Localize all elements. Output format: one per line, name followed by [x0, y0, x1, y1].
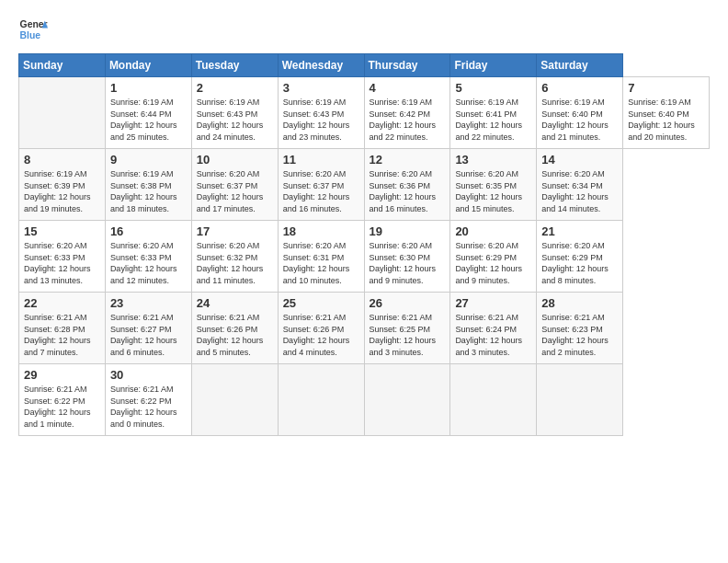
calendar-day-cell [450, 364, 537, 436]
page-container: General Blue SundayMondayTuesdayWednesda… [0, 0, 728, 445]
calendar-header-cell: Saturday [537, 54, 623, 77]
calendar-day-cell [364, 364, 450, 436]
day-number: 10 [197, 153, 273, 167]
day-info: Sunrise: 6:19 AMSunset: 6:40 PMDaylight:… [541, 97, 618, 143]
day-info: Sunrise: 6:20 AMSunset: 6:35 PMDaylight:… [455, 168, 531, 214]
calendar-day-cell: 20Sunrise: 6:20 AMSunset: 6:29 PMDayligh… [450, 221, 537, 293]
calendar-week-row: 1Sunrise: 6:19 AMSunset: 6:44 PMDaylight… [19, 77, 710, 149]
day-info: Sunrise: 6:20 AMSunset: 6:33 PMDaylight:… [24, 240, 100, 286]
calendar-day-cell: 22Sunrise: 6:21 AMSunset: 6:28 PMDayligh… [19, 293, 106, 364]
day-info: Sunrise: 6:19 AMSunset: 6:39 PMDaylight:… [24, 168, 100, 214]
day-number: 7 [628, 81, 704, 95]
logo-icon: General Blue [18, 15, 48, 44]
calendar-day-cell: 2Sunrise: 6:19 AMSunset: 6:43 PMDaylight… [191, 77, 278, 149]
calendar-day-cell: 23Sunrise: 6:21 AMSunset: 6:27 PMDayligh… [105, 293, 191, 364]
calendar-day-cell: 13Sunrise: 6:20 AMSunset: 6:35 PMDayligh… [450, 149, 537, 221]
calendar-day-cell: 12Sunrise: 6:20 AMSunset: 6:36 PMDayligh… [364, 149, 450, 221]
day-number: 17 [197, 224, 273, 238]
calendar-day-cell: 9Sunrise: 6:19 AMSunset: 6:38 PMDaylight… [105, 149, 191, 221]
calendar-day-cell: 24Sunrise: 6:21 AMSunset: 6:26 PMDayligh… [191, 293, 278, 364]
day-info: Sunrise: 6:19 AMSunset: 6:44 PMDaylight:… [110, 97, 187, 143]
day-info: Sunrise: 6:20 AMSunset: 6:37 PMDaylight:… [283, 168, 359, 214]
calendar-day-cell [19, 77, 106, 149]
day-number: 5 [455, 81, 531, 95]
day-info: Sunrise: 6:19 AMSunset: 6:38 PMDaylight:… [110, 168, 187, 214]
calendar-header-cell: Tuesday [191, 54, 278, 77]
day-number: 11 [283, 153, 359, 167]
calendar-week-row: 15Sunrise: 6:20 AMSunset: 6:33 PMDayligh… [19, 221, 710, 293]
logo: General Blue [18, 15, 48, 44]
day-number: 3 [283, 81, 359, 95]
day-number: 18 [283, 224, 359, 238]
calendar-header-cell: Monday [105, 54, 191, 77]
calendar-day-cell: 5Sunrise: 6:19 AMSunset: 6:41 PMDaylight… [450, 77, 537, 149]
day-number: 21 [541, 224, 618, 238]
day-info: Sunrise: 6:21 AMSunset: 6:24 PMDaylight:… [455, 312, 531, 358]
day-info: Sunrise: 6:20 AMSunset: 6:29 PMDaylight:… [455, 240, 531, 286]
calendar-day-cell: 16Sunrise: 6:20 AMSunset: 6:33 PMDayligh… [105, 221, 191, 293]
day-info: Sunrise: 6:20 AMSunset: 6:31 PMDaylight:… [283, 240, 359, 286]
calendar-day-cell: 26Sunrise: 6:21 AMSunset: 6:25 PMDayligh… [364, 293, 450, 364]
day-number: 16 [110, 224, 187, 238]
calendar-day-cell: 25Sunrise: 6:21 AMSunset: 6:26 PMDayligh… [278, 293, 364, 364]
day-info: Sunrise: 6:21 AMSunset: 6:22 PMDaylight:… [110, 384, 187, 430]
calendar-day-cell: 15Sunrise: 6:20 AMSunset: 6:33 PMDayligh… [19, 221, 106, 293]
day-number: 20 [455, 224, 531, 238]
day-info: Sunrise: 6:20 AMSunset: 6:34 PMDaylight:… [541, 168, 618, 214]
calendar-table: SundayMondayTuesdayWednesdayThursdayFrid… [18, 53, 710, 436]
calendar-day-cell: 4Sunrise: 6:19 AMSunset: 6:42 PMDaylight… [364, 77, 450, 149]
calendar-day-cell: 3Sunrise: 6:19 AMSunset: 6:43 PMDaylight… [278, 77, 364, 149]
calendar-day-cell: 8Sunrise: 6:19 AMSunset: 6:39 PMDaylight… [19, 149, 106, 221]
calendar-day-cell: 21Sunrise: 6:20 AMSunset: 6:29 PMDayligh… [537, 221, 623, 293]
calendar-day-cell: 6Sunrise: 6:19 AMSunset: 6:40 PMDaylight… [537, 77, 623, 149]
calendar-day-cell: 7Sunrise: 6:19 AMSunset: 6:40 PMDaylight… [623, 77, 710, 149]
day-number: 8 [24, 153, 100, 167]
calendar-week-row: 29Sunrise: 6:21 AMSunset: 6:22 PMDayligh… [19, 364, 710, 436]
day-number: 30 [110, 368, 187, 382]
day-info: Sunrise: 6:21 AMSunset: 6:25 PMDaylight:… [370, 312, 446, 358]
header: General Blue [18, 15, 710, 44]
day-number: 19 [370, 224, 446, 238]
day-number: 4 [370, 81, 446, 95]
calendar-day-cell: 17Sunrise: 6:20 AMSunset: 6:32 PMDayligh… [191, 221, 278, 293]
calendar-day-cell: 11Sunrise: 6:20 AMSunset: 6:37 PMDayligh… [278, 149, 364, 221]
day-number: 1 [110, 81, 187, 95]
day-info: Sunrise: 6:20 AMSunset: 6:32 PMDaylight:… [197, 240, 273, 286]
day-number: 28 [541, 296, 618, 310]
day-info: Sunrise: 6:21 AMSunset: 6:23 PMDaylight:… [541, 312, 618, 358]
day-info: Sunrise: 6:21 AMSunset: 6:28 PMDaylight:… [24, 312, 100, 358]
calendar-day-cell: 28Sunrise: 6:21 AMSunset: 6:23 PMDayligh… [537, 293, 623, 364]
day-info: Sunrise: 6:19 AMSunset: 6:42 PMDaylight:… [370, 97, 446, 143]
day-info: Sunrise: 6:19 AMSunset: 6:40 PMDaylight:… [628, 97, 704, 143]
calendar-day-cell: 1Sunrise: 6:19 AMSunset: 6:44 PMDaylight… [105, 77, 191, 149]
day-info: Sunrise: 6:19 AMSunset: 6:41 PMDaylight:… [455, 97, 531, 143]
calendar-header-cell: Wednesday [278, 54, 364, 77]
calendar-header-cell: Friday [450, 54, 537, 77]
calendar-day-cell: 29Sunrise: 6:21 AMSunset: 6:22 PMDayligh… [19, 364, 106, 436]
calendar-header-row: SundayMondayTuesdayWednesdayThursdayFrid… [19, 54, 710, 77]
calendar-header-cell: Sunday [19, 54, 106, 77]
svg-text:Blue: Blue [20, 30, 41, 40]
day-number: 13 [455, 153, 531, 167]
calendar-header-cell: Thursday [364, 54, 450, 77]
calendar-day-cell: 10Sunrise: 6:20 AMSunset: 6:37 PMDayligh… [191, 149, 278, 221]
calendar-week-row: 22Sunrise: 6:21 AMSunset: 6:28 PMDayligh… [19, 293, 710, 364]
calendar-week-row: 8Sunrise: 6:19 AMSunset: 6:39 PMDaylight… [19, 149, 710, 221]
calendar-day-cell [278, 364, 364, 436]
day-number: 24 [197, 296, 273, 310]
day-number: 12 [370, 153, 446, 167]
day-number: 22 [24, 296, 100, 310]
calendar-day-cell: 18Sunrise: 6:20 AMSunset: 6:31 PMDayligh… [278, 221, 364, 293]
day-info: Sunrise: 6:19 AMSunset: 6:43 PMDaylight:… [197, 97, 273, 143]
day-number: 27 [455, 296, 531, 310]
day-info: Sunrise: 6:21 AMSunset: 6:22 PMDaylight:… [24, 384, 100, 430]
day-number: 26 [370, 296, 446, 310]
day-info: Sunrise: 6:20 AMSunset: 6:37 PMDaylight:… [197, 168, 273, 214]
day-info: Sunrise: 6:20 AMSunset: 6:29 PMDaylight:… [541, 240, 618, 286]
calendar-day-cell [537, 364, 623, 436]
calendar-day-cell: 14Sunrise: 6:20 AMSunset: 6:34 PMDayligh… [537, 149, 623, 221]
day-number: 23 [110, 296, 187, 310]
calendar-day-cell: 30Sunrise: 6:21 AMSunset: 6:22 PMDayligh… [105, 364, 191, 436]
day-number: 2 [197, 81, 273, 95]
calendar-day-cell: 27Sunrise: 6:21 AMSunset: 6:24 PMDayligh… [450, 293, 537, 364]
